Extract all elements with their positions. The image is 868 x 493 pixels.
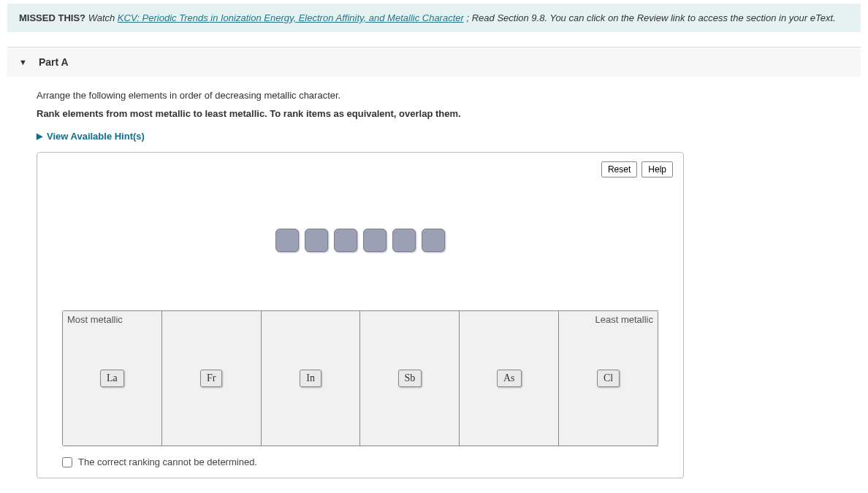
least-metallic-label: Least metallic <box>595 314 652 325</box>
missed-suffix: ; Read Section 9.8. You can click on the… <box>466 12 835 23</box>
instruction-text: Arrange the following elements in order … <box>37 90 831 101</box>
collapse-triangle-icon: ▼ <box>19 58 27 66</box>
drag-slot[interactable] <box>275 229 299 252</box>
part-title: Part A <box>39 56 69 68</box>
element-chip-sb[interactable]: Sb <box>398 370 422 387</box>
cannot-determine-checkbox[interactable] <box>62 457 72 467</box>
view-hints-toggle[interactable]: ▶ View Available Hint(s) <box>37 131 831 142</box>
draggable-source-row <box>47 229 673 252</box>
help-button[interactable]: Help <box>642 161 673 177</box>
drag-slot[interactable] <box>305 229 328 252</box>
drag-slot[interactable] <box>422 229 445 252</box>
widget-toolbar: Reset Help <box>47 161 673 177</box>
drag-slot[interactable] <box>334 229 357 252</box>
drag-slot[interactable] <box>392 229 416 252</box>
kcv-video-link[interactable]: KCV: Periodic Trends in Ionization Energ… <box>118 12 464 23</box>
rank-column[interactable]: Most metallic La <box>63 311 162 446</box>
ranking-drop-area[interactable]: Most metallic La Fr In Sb As Least metal… <box>62 310 658 446</box>
most-metallic-label: Most metallic <box>67 314 123 325</box>
cannot-determine-label: The correct ranking cannot be determined… <box>78 456 257 467</box>
expand-triangle-icon: ▶ <box>37 131 42 141</box>
element-chip-as[interactable]: As <box>497 370 522 387</box>
element-chip-fr[interactable]: Fr <box>200 370 222 387</box>
missed-prefix: MISSED THIS? <box>19 12 85 23</box>
part-a-header[interactable]: ▼ Part A <box>7 47 861 77</box>
element-chip-la[interactable]: La <box>100 370 124 387</box>
ranking-widget: Reset Help Most metallic La Fr <box>37 152 684 478</box>
rank-column[interactable]: As <box>460 311 559 446</box>
rank-column[interactable]: Fr <box>162 311 262 446</box>
reset-button[interactable]: Reset <box>601 161 637 177</box>
missed-watch: Watch <box>88 12 118 23</box>
instruction-bold: Rank elements from most metallic to leas… <box>37 108 831 119</box>
rank-column[interactable]: In <box>262 311 361 446</box>
element-chip-in[interactable]: In <box>300 370 321 387</box>
cannot-determine-row: The correct ranking cannot be determined… <box>62 456 658 467</box>
part-body: Arrange the following elements in order … <box>7 77 861 492</box>
missed-this-banner: MISSED THIS? Watch KCV: Periodic Trends … <box>7 4 861 32</box>
rank-column[interactable]: Least metallic Cl <box>559 311 658 446</box>
drag-slot[interactable] <box>363 229 387 252</box>
part-a-container: ▼ Part A Arrange the following elements … <box>7 47 861 492</box>
rank-column[interactable]: Sb <box>360 311 460 446</box>
element-chip-cl[interactable]: Cl <box>597 370 620 387</box>
hints-label: View Available Hint(s) <box>47 131 145 142</box>
